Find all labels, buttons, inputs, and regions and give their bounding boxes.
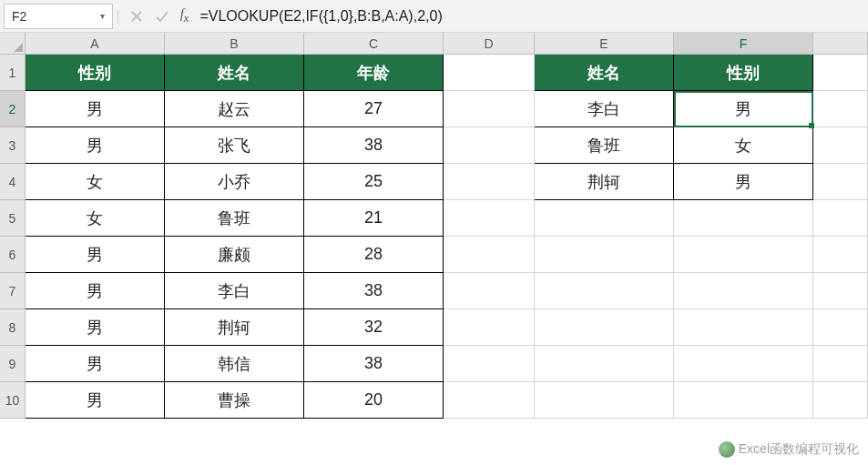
cell-E5[interactable] xyxy=(535,200,674,237)
cell-C1[interactable]: 年龄 xyxy=(304,55,444,91)
cell-B1[interactable]: 姓名 xyxy=(165,55,304,91)
cell-A10[interactable]: 男 xyxy=(26,382,165,419)
cell-E2[interactable]: 李白 xyxy=(535,91,674,127)
cell-B7[interactable]: 李白 xyxy=(165,273,304,309)
cell-D8[interactable] xyxy=(444,309,535,346)
cell-D3[interactable] xyxy=(444,127,535,164)
cell-A5[interactable]: 女 xyxy=(26,200,165,237)
cancel-icon[interactable] xyxy=(124,4,149,29)
formula-input[interactable] xyxy=(194,4,864,29)
cell-C5[interactable]: 21 xyxy=(304,200,444,237)
cell-C2[interactable]: 27 xyxy=(304,91,444,127)
cell-F10[interactable] xyxy=(674,382,813,419)
cell-E4[interactable]: 荆轲 xyxy=(535,164,674,200)
cell-B6[interactable]: 廉颇 xyxy=(165,237,304,273)
cell-B2[interactable]: 赵云 xyxy=(165,91,304,127)
cell-F1[interactable]: 性别 xyxy=(674,55,813,91)
cell-A7[interactable]: 男 xyxy=(26,273,165,309)
select-all-corner[interactable] xyxy=(0,33,26,55)
cell-G9[interactable] xyxy=(813,346,868,382)
cell-E3[interactable]: 鲁班 xyxy=(535,127,674,164)
cell-G4[interactable] xyxy=(813,164,868,200)
cell-G10[interactable] xyxy=(813,382,868,419)
cell-A6[interactable]: 男 xyxy=(26,237,165,273)
cell-A4[interactable]: 女 xyxy=(26,164,165,200)
cell-C10[interactable]: 20 xyxy=(304,382,444,419)
row-header[interactable]: 4 xyxy=(0,164,26,200)
cell-F4[interactable]: 男 xyxy=(674,164,813,200)
col-header[interactable]: A xyxy=(26,33,165,55)
cell-C4[interactable]: 25 xyxy=(304,164,444,200)
cell-A9[interactable]: 男 xyxy=(26,346,165,382)
row-header[interactable]: 8 xyxy=(0,309,26,346)
row-header[interactable]: 6 xyxy=(0,237,26,273)
cell-G1[interactable] xyxy=(813,55,868,91)
col-header[interactable]: E xyxy=(535,33,674,55)
cell-D2[interactable] xyxy=(444,91,535,127)
cell-F6[interactable] xyxy=(674,237,813,273)
cell-D4[interactable] xyxy=(444,164,535,200)
cell-C6[interactable]: 28 xyxy=(304,237,444,273)
cell-G5[interactable] xyxy=(813,200,868,237)
cell-C7[interactable]: 38 xyxy=(304,273,444,309)
col-header[interactable]: F xyxy=(674,33,813,55)
col-header-empty[interactable] xyxy=(813,33,868,55)
row-header[interactable]: 5 xyxy=(0,200,26,237)
formula-bar-row: F2 ▾ | fx xyxy=(0,0,868,33)
cell-G6[interactable] xyxy=(813,237,868,273)
cell-B4[interactable]: 小乔 xyxy=(165,164,304,200)
cell-G3[interactable] xyxy=(813,127,868,164)
cell-C8[interactable]: 32 xyxy=(304,309,444,346)
name-box[interactable]: F2 ▾ xyxy=(4,4,113,29)
row-header[interactable]: 9 xyxy=(0,346,26,382)
row-header[interactable]: 2 xyxy=(0,91,26,127)
cell-E9[interactable] xyxy=(535,346,674,382)
col-header[interactable]: D xyxy=(444,33,535,55)
cell-G2[interactable] xyxy=(813,91,868,127)
cell-D10[interactable] xyxy=(444,382,535,419)
row-header[interactable]: 3 xyxy=(0,127,26,164)
spreadsheet-grid: 1 2 3 4 5 6 7 8 9 10 A B C D E F 性别 姓名 年… xyxy=(0,33,868,419)
enter-icon[interactable] xyxy=(149,4,175,29)
name-box-value: F2 xyxy=(12,4,26,29)
cell-B3[interactable]: 张飞 xyxy=(165,127,304,164)
col-header[interactable]: C xyxy=(304,33,444,55)
cell-E7[interactable] xyxy=(535,273,674,309)
cell-B8[interactable]: 荆轲 xyxy=(165,309,304,346)
cell-B10[interactable]: 曹操 xyxy=(165,382,304,419)
cell-F2[interactable]: 男 xyxy=(674,91,813,127)
row-header-gutter: 1 2 3 4 5 6 7 8 9 10 xyxy=(0,33,26,419)
cell-G7[interactable] xyxy=(813,273,868,309)
cell-D5[interactable] xyxy=(444,200,535,237)
cell-F7[interactable] xyxy=(674,273,813,309)
cell-G8[interactable] xyxy=(813,309,868,346)
cell-A8[interactable]: 男 xyxy=(26,309,165,346)
cell-D6[interactable] xyxy=(444,237,535,273)
cell-C3[interactable]: 38 xyxy=(304,127,444,164)
cell-D1[interactable] xyxy=(444,55,535,91)
cell-E6[interactable] xyxy=(535,237,674,273)
cells-area: 性别 姓名 年龄 姓名 性别 男 赵云 27 李白 男 男 张飞 xyxy=(26,55,868,419)
cell-B9[interactable]: 韩信 xyxy=(165,346,304,382)
cell-E1[interactable]: 姓名 xyxy=(535,55,674,91)
row-header[interactable]: 1 xyxy=(0,55,26,91)
row-header[interactable]: 10 xyxy=(0,382,26,419)
cell-E8[interactable] xyxy=(535,309,674,346)
cell-A2[interactable]: 男 xyxy=(26,91,165,127)
cell-F9[interactable] xyxy=(674,346,813,382)
cell-E10[interactable] xyxy=(535,382,674,419)
row-header[interactable]: 7 xyxy=(0,273,26,309)
cell-F8[interactable] xyxy=(674,309,813,346)
cell-A1[interactable]: 性别 xyxy=(26,55,165,91)
cell-F3[interactable]: 女 xyxy=(674,127,813,164)
cell-C9[interactable]: 38 xyxy=(304,346,444,382)
cell-A3[interactable]: 男 xyxy=(26,127,165,164)
cell-D7[interactable] xyxy=(444,273,535,309)
fx-icon[interactable]: fx xyxy=(180,6,189,25)
cell-F5[interactable] xyxy=(674,200,813,237)
column-headers: A B C D E F xyxy=(26,33,868,55)
col-header[interactable]: B xyxy=(165,33,304,55)
cell-D9[interactable] xyxy=(444,346,535,382)
cell-B5[interactable]: 鲁班 xyxy=(165,200,304,237)
name-box-dropdown-icon[interactable]: ▾ xyxy=(100,4,105,29)
